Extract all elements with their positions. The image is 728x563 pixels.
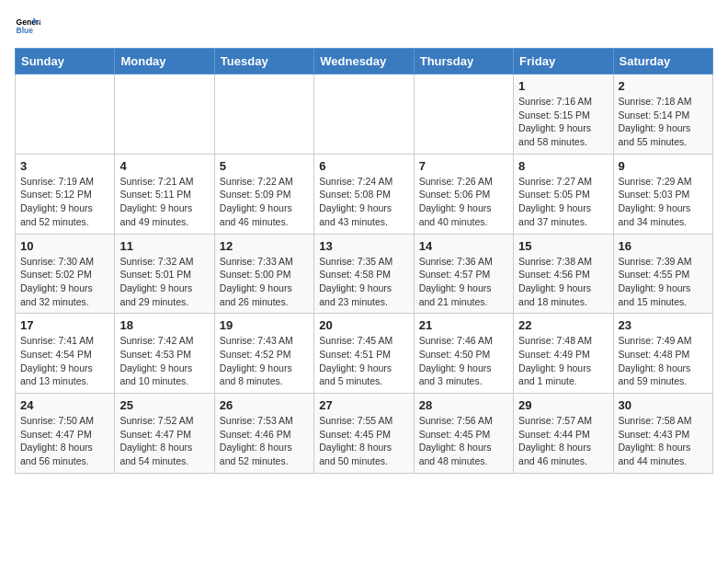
day-info: Sunrise: 7:52 AMSunset: 4:47 PMDaylight:…: [119, 414, 209, 468]
day-number: 6: [319, 159, 408, 173]
day-info: Sunrise: 7:32 AMSunset: 5:01 PMDaylight:…: [119, 255, 209, 309]
calendar-cell: 1Sunrise: 7:16 AMSunset: 5:15 PMDaylight…: [514, 75, 613, 155]
day-number: 22: [518, 318, 608, 332]
col-monday: Monday: [115, 49, 214, 75]
calendar-cell: 27Sunrise: 7:55 AMSunset: 4:45 PMDayligh…: [314, 394, 414, 474]
day-number: 30: [619, 398, 708, 412]
day-number: 1: [518, 79, 608, 93]
calendar-cell: 29Sunrise: 7:57 AMSunset: 4:44 PMDayligh…: [514, 394, 613, 474]
calendar-cell: 17Sunrise: 7:41 AMSunset: 4:54 PMDayligh…: [16, 314, 115, 394]
day-number: 21: [419, 318, 508, 332]
calendar-cell: 25Sunrise: 7:52 AMSunset: 4:47 PMDayligh…: [115, 394, 214, 474]
day-info: Sunrise: 7:26 AMSunset: 5:06 PMDaylight:…: [419, 175, 508, 229]
calendar-cell: 21Sunrise: 7:46 AMSunset: 4:50 PMDayligh…: [414, 314, 513, 394]
week-row-2: 3Sunrise: 7:19 AMSunset: 5:12 PMDaylight…: [16, 154, 713, 234]
day-info: Sunrise: 7:45 AMSunset: 4:51 PMDaylight:…: [319, 334, 408, 388]
week-row-4: 17Sunrise: 7:41 AMSunset: 4:54 PMDayligh…: [16, 314, 713, 394]
calendar-cell: 11Sunrise: 7:32 AMSunset: 5:01 PMDayligh…: [115, 234, 214, 314]
day-info: Sunrise: 7:33 AMSunset: 5:00 PMDaylight:…: [220, 255, 309, 309]
logo: General Blue: [15, 15, 26, 40]
day-info: Sunrise: 7:41 AMSunset: 4:54 PMDaylight:…: [20, 334, 109, 388]
day-info: Sunrise: 7:38 AMSunset: 4:56 PMDaylight:…: [518, 255, 608, 309]
calendar-cell: 16Sunrise: 7:39 AMSunset: 4:55 PMDayligh…: [613, 234, 712, 314]
day-info: Sunrise: 7:58 AMSunset: 4:43 PMDaylight:…: [619, 414, 708, 468]
svg-text:Blue: Blue: [17, 26, 34, 35]
day-number: 26: [220, 398, 309, 412]
header: General Blue: [15, 15, 713, 40]
day-info: Sunrise: 7:56 AMSunset: 4:45 PMDaylight:…: [419, 414, 508, 468]
day-info: Sunrise: 7:22 AMSunset: 5:09 PMDaylight:…: [220, 175, 309, 229]
calendar-cell: 22Sunrise: 7:48 AMSunset: 4:49 PMDayligh…: [514, 314, 613, 394]
day-number: 28: [419, 398, 508, 412]
day-info: Sunrise: 7:19 AMSunset: 5:12 PMDaylight:…: [20, 175, 109, 229]
day-number: 8: [518, 159, 608, 173]
day-number: 13: [319, 239, 408, 253]
day-number: 17: [20, 318, 109, 332]
day-info: Sunrise: 7:35 AMSunset: 4:58 PMDaylight:…: [319, 255, 408, 309]
day-info: Sunrise: 7:24 AMSunset: 5:08 PMDaylight:…: [319, 175, 408, 229]
calendar-cell: 5Sunrise: 7:22 AMSunset: 5:09 PMDaylight…: [214, 154, 313, 234]
col-friday: Friday: [514, 49, 613, 75]
calendar-cell: 2Sunrise: 7:18 AMSunset: 5:14 PMDaylight…: [613, 75, 712, 155]
calendar-cell: 8Sunrise: 7:27 AMSunset: 5:05 PMDaylight…: [514, 154, 613, 234]
calendar-cell: 18Sunrise: 7:42 AMSunset: 4:53 PMDayligh…: [115, 314, 214, 394]
col-saturday: Saturday: [613, 49, 712, 75]
calendar-cell: 20Sunrise: 7:45 AMSunset: 4:51 PMDayligh…: [314, 314, 414, 394]
day-number: 18: [119, 318, 209, 332]
day-info: Sunrise: 7:55 AMSunset: 4:45 PMDaylight:…: [319, 414, 408, 468]
calendar-cell: 9Sunrise: 7:29 AMSunset: 5:03 PMDaylight…: [613, 154, 712, 234]
day-info: Sunrise: 7:16 AMSunset: 5:15 PMDaylight:…: [518, 95, 608, 149]
day-number: 29: [518, 398, 608, 412]
calendar-cell: 12Sunrise: 7:33 AMSunset: 5:00 PMDayligh…: [214, 234, 313, 314]
calendar-cell: [314, 75, 414, 155]
calendar-cell: 23Sunrise: 7:49 AMSunset: 4:48 PMDayligh…: [613, 314, 712, 394]
calendar-cell: [115, 75, 214, 155]
day-number: 12: [220, 239, 309, 253]
calendar-cell: 24Sunrise: 7:50 AMSunset: 4:47 PMDayligh…: [16, 394, 115, 474]
day-info: Sunrise: 7:50 AMSunset: 4:47 PMDaylight:…: [20, 414, 109, 468]
day-info: Sunrise: 7:49 AMSunset: 4:48 PMDaylight:…: [619, 334, 708, 388]
day-number: 15: [518, 239, 608, 253]
day-info: Sunrise: 7:57 AMSunset: 4:44 PMDaylight:…: [518, 414, 608, 468]
day-info: Sunrise: 7:21 AMSunset: 5:11 PMDaylight:…: [119, 175, 209, 229]
calendar-cell: 10Sunrise: 7:30 AMSunset: 5:02 PMDayligh…: [16, 234, 115, 314]
calendar-cell: [414, 75, 513, 155]
day-number: 16: [619, 239, 708, 253]
day-number: 27: [319, 398, 408, 412]
week-row-1: 1Sunrise: 7:16 AMSunset: 5:15 PMDaylight…: [16, 75, 713, 155]
col-sunday: Sunday: [16, 49, 115, 75]
day-number: 23: [619, 318, 708, 332]
logo-icon: General Blue: [15, 15, 40, 40]
day-info: Sunrise: 7:29 AMSunset: 5:03 PMDaylight:…: [619, 175, 708, 229]
day-number: 4: [119, 159, 209, 173]
day-number: 2: [619, 79, 708, 93]
calendar-table: Sunday Monday Tuesday Wednesday Thursday…: [15, 48, 713, 474]
day-number: 14: [419, 239, 508, 253]
calendar-body: 1Sunrise: 7:16 AMSunset: 5:15 PMDaylight…: [16, 75, 713, 474]
day-number: 9: [619, 159, 708, 173]
day-info: Sunrise: 7:27 AMSunset: 5:05 PMDaylight:…: [518, 175, 608, 229]
day-number: 19: [220, 318, 309, 332]
day-info: Sunrise: 7:43 AMSunset: 4:52 PMDaylight:…: [220, 334, 309, 388]
day-number: 25: [119, 398, 209, 412]
calendar-cell: 28Sunrise: 7:56 AMSunset: 4:45 PMDayligh…: [414, 394, 513, 474]
calendar-cell: 3Sunrise: 7:19 AMSunset: 5:12 PMDaylight…: [16, 154, 115, 234]
col-wednesday: Wednesday: [314, 49, 414, 75]
calendar-cell: 4Sunrise: 7:21 AMSunset: 5:11 PMDaylight…: [115, 154, 214, 234]
day-number: 24: [20, 398, 109, 412]
col-tuesday: Tuesday: [214, 49, 313, 75]
week-row-3: 10Sunrise: 7:30 AMSunset: 5:02 PMDayligh…: [16, 234, 713, 314]
day-info: Sunrise: 7:53 AMSunset: 4:46 PMDaylight:…: [220, 414, 309, 468]
calendar-cell: 13Sunrise: 7:35 AMSunset: 4:58 PMDayligh…: [314, 234, 414, 314]
col-thursday: Thursday: [414, 49, 513, 75]
day-number: 11: [119, 239, 209, 253]
calendar-cell: 7Sunrise: 7:26 AMSunset: 5:06 PMDaylight…: [414, 154, 513, 234]
day-info: Sunrise: 7:30 AMSunset: 5:02 PMDaylight:…: [20, 255, 109, 309]
day-info: Sunrise: 7:46 AMSunset: 4:50 PMDaylight:…: [419, 334, 508, 388]
day-number: 7: [419, 159, 508, 173]
calendar-cell: [16, 75, 115, 155]
day-number: 3: [20, 159, 109, 173]
calendar-cell: 19Sunrise: 7:43 AMSunset: 4:52 PMDayligh…: [214, 314, 313, 394]
calendar-cell: 26Sunrise: 7:53 AMSunset: 4:46 PMDayligh…: [214, 394, 313, 474]
calendar-cell: [214, 75, 313, 155]
